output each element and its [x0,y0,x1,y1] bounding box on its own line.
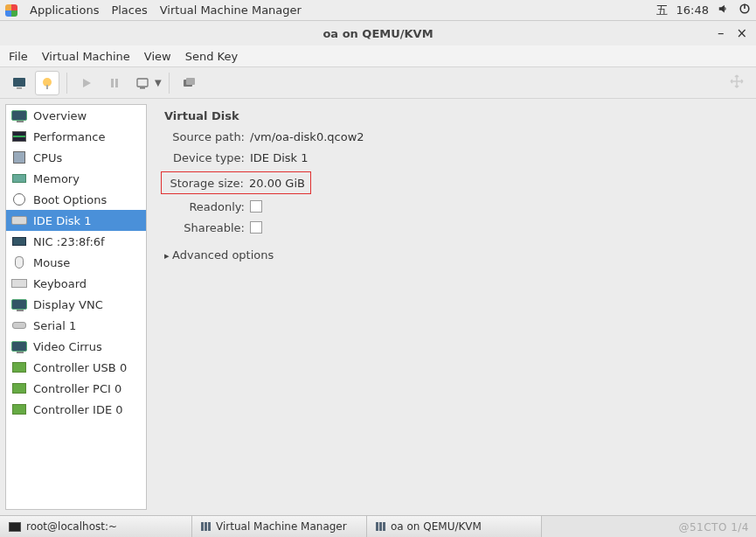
sidebar-item-serial-1[interactable]: Serial 1 [6,315,146,336]
pause-button[interactable] [102,71,127,95]
display-icon [11,299,27,310]
sidebar-item-label: CPUs [33,151,62,164]
taskbar-item-terminal[interactable]: root@localhost:~ [0,516,192,537]
run-button[interactable] [74,71,99,95]
readonly-label: Readonly: [164,200,245,213]
taskbar-item-vmm[interactable]: Virtual Machine Manager [192,516,367,537]
vmm-icon [201,522,211,531]
source-path-value: /vm/oa-disk0.qcow2 [250,130,364,143]
close-button[interactable]: × [736,25,747,41]
sidebar-item-cpus[interactable]: CPUs [6,147,146,168]
sidebar-item-mouse[interactable]: Mouse [6,252,146,273]
content-area: Overview Performance CPUs Memory Boot Op… [0,99,756,515]
sidebar-item-label: NIC :23:8f:6f [33,235,105,248]
serial-icon [12,322,26,329]
vmm-icon [376,522,385,531]
volume-icon[interactable] [718,3,730,17]
device-type-value: IDE Disk 1 [250,151,309,164]
menu-view[interactable]: View [144,50,171,63]
sidebar-item-video-cirrus[interactable]: Video Cirrus [6,336,146,357]
details-button[interactable] [35,71,59,95]
places-menu[interactable]: Places [111,3,147,17]
taskbar-item-oa-window[interactable]: oa on QEMU/KVM [367,516,542,537]
clock-day: 五 [656,3,668,18]
details-panel: Virtual Disk Source path: /vm/oa-disk0.q… [152,104,751,510]
activities-icon [5,4,17,17]
shareable-checkbox[interactable] [250,221,262,234]
storage-size-value: 20.00 GiB [249,177,305,190]
power-icon[interactable] [739,3,751,17]
menu-virtual-machine[interactable]: Virtual Machine [42,50,130,63]
applications-menu[interactable]: Applications [30,3,99,17]
sidebar-item-controller-ide-0[interactable]: Controller IDE 0 [6,399,146,420]
taskbar: root@localhost:~ Virtual Machine Manager… [0,515,756,537]
sidebar-item-label: Boot Options [33,193,107,206]
monitor-icon [11,110,27,121]
details-heading: Virtual Disk [164,109,739,122]
controller-icon [12,404,26,415]
sidebar-item-keyboard[interactable]: Keyboard [6,273,146,294]
menu-file[interactable]: File [9,50,28,63]
cpu-icon [13,151,25,164]
window-title: oa on QEMU/KVM [323,27,433,40]
snapshot-button[interactable] [177,71,201,95]
sidebar-item-label: Performance [33,130,105,143]
sidebar-item-controller-usb-0[interactable]: Controller USB 0 [6,357,146,378]
sidebar-item-label: Controller PCI 0 [33,382,121,395]
shutdown-menu-arrow[interactable]: ▼ [155,78,162,87]
sidebar-item-overview[interactable]: Overview [6,105,146,126]
controller-icon [12,362,26,373]
svg-rect-11 [186,78,195,85]
clock-time: 16:48 [676,3,709,17]
readonly-checkbox[interactable] [250,200,262,213]
shutdown-button[interactable] [130,71,155,95]
active-app-name[interactable]: Virtual Machine Manager [160,3,302,17]
sidebar-item-label: Memory [33,172,80,185]
svg-rect-9 [140,87,145,89]
mouse-icon [15,256,24,268]
advanced-options-expander[interactable]: Advanced options [164,248,739,262]
sidebar-item-label: Serial 1 [33,319,76,332]
console-button[interactable] [7,71,31,95]
minimize-button[interactable]: – [718,25,725,41]
memory-icon [12,174,26,183]
toolbar-separator [169,73,170,94]
sidebar-item-label: Mouse [33,256,70,269]
sidebar-item-controller-pci-0[interactable]: Controller PCI 0 [6,378,146,399]
taskbar-item-label: oa on QEMU/KVM [391,520,482,533]
window-titlebar: oa on QEMU/KVM – × [0,21,756,45]
storage-size-highlight: Storage size: 20.00 GiB [161,171,311,194]
svg-rect-5 [46,85,48,89]
source-path-label: Source path: [164,130,245,143]
menu-send-key[interactable]: Send Key [185,50,238,63]
svg-rect-7 [115,79,118,87]
keyboard-icon [11,279,27,288]
sidebar-item-label: Controller USB 0 [33,361,127,374]
disk-icon [11,216,27,225]
sidebar-item-label: Overview [33,109,87,122]
performance-icon [12,131,26,142]
svg-rect-6 [111,79,114,87]
nic-icon [12,237,26,246]
device-type-label: Device type: [164,151,245,164]
gnome-topbar: Applications Places Virtual Machine Mana… [0,0,756,21]
terminal-icon [9,522,21,532]
taskbar-item-label: root@localhost:~ [26,520,117,533]
svg-rect-2 [13,78,25,87]
sidebar-item-label: Video Cirrus [33,340,102,353]
boot-icon [13,193,25,206]
sidebar-item-memory[interactable]: Memory [6,168,146,189]
sidebar-item-ide-disk-1[interactable]: IDE Disk 1 [6,210,146,231]
svg-rect-3 [17,87,22,89]
sidebar-item-nic[interactable]: NIC :23:8f:6f [6,231,146,252]
toolbar: ▼ [0,67,756,99]
sidebar-item-label: Display VNC [33,298,103,311]
controller-icon [12,383,26,394]
sidebar-item-performance[interactable]: Performance [6,126,146,147]
sidebar-item-boot-options[interactable]: Boot Options [6,189,146,210]
video-icon [11,341,27,352]
watermark: @51CTO 1/4 [678,521,749,534]
sidebar-item-label: IDE Disk 1 [33,214,92,227]
move-icon [728,73,746,93]
sidebar-item-display-vnc[interactable]: Display VNC [6,294,146,315]
